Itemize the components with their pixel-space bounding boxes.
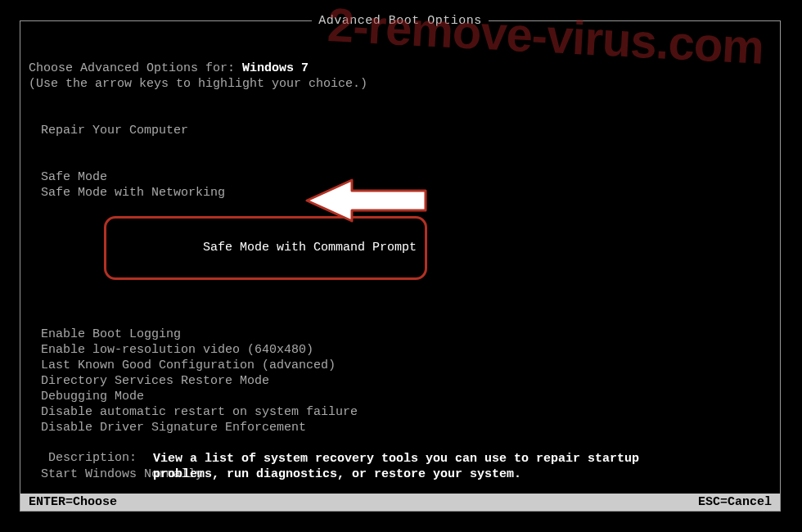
- option-debugging-mode[interactable]: Debugging Mode: [41, 389, 772, 404]
- option-disable-driver-sig[interactable]: Disable Driver Signature Enforcement: [41, 420, 772, 435]
- choose-prompt: Choose Advanced Options for: Windows 7: [29, 61, 772, 76]
- option-safe-mode-cmd-wrap: Safe Mode with Command Prompt: [41, 201, 772, 295]
- os-name: Windows 7: [242, 61, 309, 75]
- option-repair-your-computer[interactable]: Repair Your Computer: [41, 123, 772, 138]
- hint-text: (Use the arrow keys to highlight your ch…: [29, 76, 772, 92]
- description-block: Description: View a list of system recov…: [48, 451, 660, 482]
- option-safe-mode-networking[interactable]: Safe Mode with Networking: [41, 185, 772, 201]
- footer-esc: ESC=Cancel: [698, 495, 772, 509]
- option-group-advanced: Enable Boot Logging Enable low-resolutio…: [41, 327, 772, 435]
- content-area: Choose Advanced Options for: Windows 7 (…: [20, 21, 780, 482]
- option-safe-mode[interactable]: Safe Mode: [41, 169, 772, 185]
- description-text: View a list of system recovery tools you…: [153, 451, 660, 482]
- page-title: Advanced Boot Options: [312, 14, 489, 28]
- option-enable-boot-logging[interactable]: Enable Boot Logging: [41, 327, 772, 342]
- footer-bar: ENTER=Choose ESC=Cancel: [20, 494, 780, 511]
- option-group-repair: Repair Your Computer: [41, 123, 772, 138]
- description-label: Description:: [48, 451, 153, 482]
- title-wrap: Advanced Boot Options: [20, 14, 780, 28]
- options-list: Repair Your Computer Safe Mode Safe Mode…: [41, 123, 772, 482]
- highlight-callout: Safe Mode with Command Prompt: [104, 216, 427, 280]
- option-group-safemode: Safe Mode Safe Mode with Networking Safe…: [41, 169, 772, 295]
- option-ds-restore-mode[interactable]: Directory Services Restore Mode: [41, 373, 772, 389]
- option-disable-auto-restart[interactable]: Disable automatic restart on system fail…: [41, 404, 772, 420]
- option-low-res-video[interactable]: Enable low-resolution video (640x480): [41, 342, 772, 358]
- option-last-known-good[interactable]: Last Known Good Configuration (advanced): [41, 358, 772, 373]
- footer-enter: ENTER=Choose: [29, 495, 117, 509]
- boot-menu-frame: Advanced Boot Options Choose Advanced Op…: [20, 20, 781, 512]
- option-safe-mode-command-prompt[interactable]: Safe Mode with Command Prompt: [203, 241, 417, 255]
- prompt-prefix: Choose Advanced Options for:: [29, 61, 242, 75]
